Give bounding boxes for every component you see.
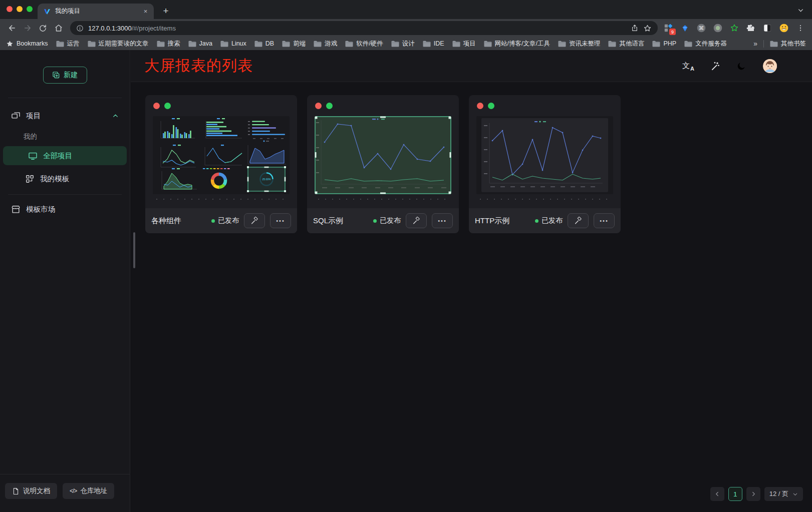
share-icon[interactable] [631, 24, 639, 32]
back-icon[interactable] [5, 22, 19, 35]
chevron-down-icon [792, 491, 798, 497]
sidebar-divider [8, 194, 122, 195]
bookmark-folder[interactable]: 文件服务器 [684, 40, 727, 48]
bookmark-folder[interactable]: 其他语言 [608, 40, 644, 48]
bookmark-folder[interactable]: 近期需要读的文章 [88, 40, 149, 48]
emoji-extension-icon[interactable] [778, 23, 789, 34]
bookmark-folder[interactable]: 前端 [282, 40, 306, 48]
edit-hammer-button[interactable] [244, 213, 265, 228]
project-name: HTTP示例 [475, 216, 530, 226]
next-page-button[interactable] [746, 487, 760, 501]
bookmark-folder[interactable]: DB [254, 40, 274, 48]
bookmark-folder[interactable]: 搜索 [157, 40, 180, 48]
bookmarks-manager[interactable]: Bookmarks [6, 40, 48, 48]
sidebar-footer: 说明文档 </> 仓库地址 [0, 474, 130, 512]
window-dot-green-icon [488, 103, 494, 109]
tab-search-chevron-icon[interactable] [797, 7, 804, 16]
repo-button[interactable]: </> 仓库地址 [63, 483, 114, 499]
docs-button[interactable]: 说明文档 [5, 483, 57, 499]
hammer-icon [574, 217, 582, 225]
document-icon [12, 487, 20, 495]
current-page-button[interactable]: 1 [728, 487, 742, 501]
extensions-puzzle-icon[interactable] [745, 23, 756, 34]
extension-grid-icon[interactable]: 9 [663, 23, 674, 34]
goview-app: 新建 项目 我的 全部项目 我的模板 模板市场 [0, 50, 812, 512]
edit-hammer-button[interactable] [406, 213, 427, 228]
window-minimize-button[interactable] [17, 6, 23, 12]
new-tab-button[interactable]: + [159, 5, 172, 18]
extension-green-star-icon[interactable] [729, 23, 740, 34]
sidebar-item-my-templates[interactable]: 我的模板 [0, 168, 130, 189]
card-footer: HTTP示例 已发布 ••• [469, 208, 621, 233]
project-thumbnail[interactable]: 25.00% [153, 116, 290, 194]
window-close-button[interactable] [7, 6, 13, 12]
chevron-up-icon [112, 113, 119, 119]
extension-command-icon[interactable]: ⌘ [696, 23, 707, 34]
bookmark-folder[interactable]: Java [188, 40, 212, 48]
project-thumbnail[interactable] [476, 116, 613, 194]
project-card[interactable]: SQL示例 已发布 ••• [307, 95, 459, 233]
status-dot-icon [211, 219, 215, 223]
more-actions-button[interactable]: ••• [594, 213, 615, 228]
scrollbar-thumb[interactable] [133, 232, 135, 268]
chevron-left-icon [714, 491, 720, 497]
card-footer: 各种组件 已发布 ••• [145, 208, 297, 233]
address-bar[interactable]: 127.0.0.1:3000/#/project/items [70, 21, 658, 35]
sidebar-item-project[interactable]: 项目 [0, 105, 130, 126]
tab-strip: 我的项目 × + [0, 0, 812, 19]
new-project-button[interactable]: 新建 [43, 67, 87, 84]
copy-plus-icon [52, 71, 60, 79]
bookmark-folder[interactable]: 项目 [452, 40, 476, 48]
browser-menu-icon[interactable] [795, 23, 806, 34]
bookmark-star-icon[interactable] [643, 24, 652, 33]
other-bookmarks[interactable]: 其他书签 [770, 40, 806, 48]
tab-close-icon[interactable]: × [141, 7, 150, 16]
prev-page-button[interactable] [710, 487, 724, 501]
site-info-icon[interactable] [76, 25, 84, 32]
browser-toolbar: 127.0.0.1:3000/#/project/items 9 ⌘ [0, 19, 812, 37]
bookmark-folder[interactable]: 网站/博客/文章/工具 [484, 40, 550, 48]
dark-mode-extension-icon[interactable] [762, 23, 773, 34]
project-card[interactable]: HTTP示例 已发布 ••• [469, 95, 621, 233]
bookmarks-overflow-icon[interactable]: » [753, 40, 757, 48]
bookmark-folder[interactable]: IDE [423, 40, 444, 48]
bookmark-folder[interactable]: 运营 [56, 40, 80, 48]
bookmark-folder[interactable]: 设计 [391, 40, 415, 48]
reload-icon[interactable] [36, 22, 50, 35]
user-avatar[interactable] [763, 59, 777, 73]
language-icon[interactable]: 文A [682, 61, 693, 71]
extension-record-icon[interactable] [712, 23, 723, 34]
code-icon: </> [70, 487, 77, 494]
page-title: 大屏报表的列表 [144, 56, 253, 76]
window-dot-red-icon [153, 103, 160, 109]
more-actions-button[interactable]: ••• [270, 213, 291, 228]
folder-icon [282, 41, 290, 47]
bookmark-folder-list: 运营 近期需要读的文章 搜索 Java [56, 40, 746, 48]
extension-badge: 9 [669, 29, 676, 35]
project-name: 各种组件 [151, 216, 206, 226]
sidebar-item-template-market[interactable]: 模板市场 [0, 199, 130, 220]
theme-moon-icon[interactable] [736, 61, 746, 71]
bookmark-folder[interactable]: 游戏 [314, 40, 337, 48]
folder-icon [391, 41, 399, 47]
sidebar-item-all-projects[interactable]: 全部项目 [3, 146, 127, 165]
browser-tab[interactable]: 我的项目 × [38, 4, 154, 19]
url-path: /#/project/items [132, 25, 176, 32]
home-icon[interactable] [52, 22, 65, 35]
card-window-dots [477, 103, 494, 109]
forward-icon[interactable] [21, 22, 34, 35]
window-zoom-button[interactable] [27, 6, 33, 12]
bookmark-folder[interactable]: PHP [652, 40, 676, 48]
magic-wand-icon[interactable] [710, 61, 720, 71]
project-card[interactable]: 25.00% 各种组件 已发布 ••• [145, 95, 297, 233]
folder-icon [314, 41, 322, 47]
bookmark-folder[interactable]: Linux [220, 40, 246, 48]
more-actions-button[interactable]: ••• [432, 213, 453, 228]
project-thumbnail[interactable] [315, 116, 451, 194]
extension-gem-icon[interactable] [679, 23, 690, 34]
bookmark-folder[interactable]: 资讯未整理 [558, 40, 601, 48]
edit-hammer-button[interactable] [568, 213, 589, 228]
url-host: 127.0.0.1:3000 [88, 25, 132, 32]
bookmark-folder[interactable]: 软件/硬件 [345, 40, 383, 48]
page-size-select[interactable]: 12 / 页 [764, 487, 803, 501]
